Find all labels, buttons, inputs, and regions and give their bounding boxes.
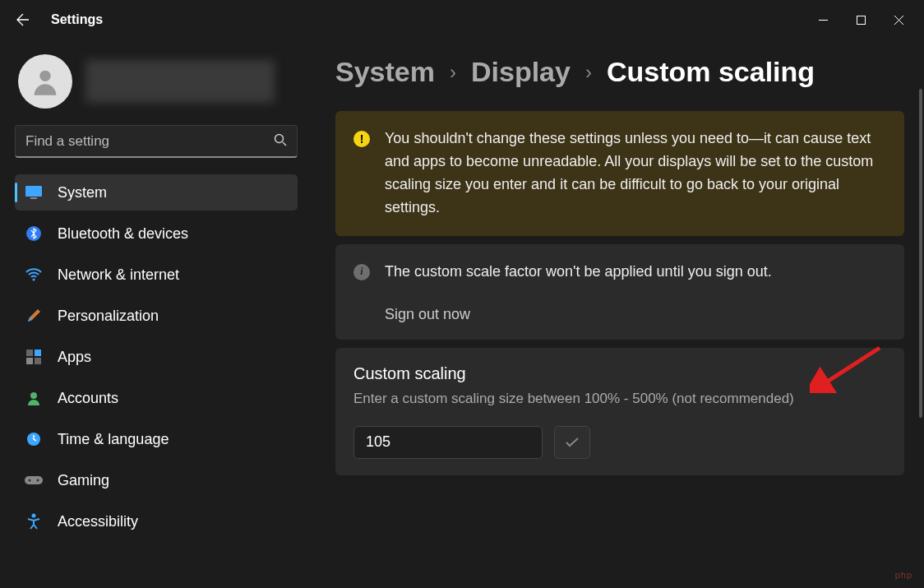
clock-icon xyxy=(25,430,43,448)
maximize-button[interactable] xyxy=(842,7,880,33)
maximize-icon xyxy=(857,16,866,25)
nav-label: Bluetooth & devices xyxy=(58,225,188,243)
nav-item-time-language[interactable]: Time & language xyxy=(15,421,298,457)
svg-point-1 xyxy=(39,71,50,81)
wifi-icon xyxy=(25,266,43,284)
nav-item-network[interactable]: Network & internet xyxy=(15,257,298,293)
apps-icon xyxy=(25,348,43,366)
person-icon xyxy=(29,65,62,98)
person-icon xyxy=(25,389,43,407)
window-controls xyxy=(804,7,917,33)
svg-point-6 xyxy=(33,279,35,281)
svg-rect-10 xyxy=(35,358,41,364)
nav-item-system[interactable]: System xyxy=(15,174,298,211)
svg-rect-13 xyxy=(25,476,43,484)
close-icon xyxy=(894,16,903,25)
minimize-icon xyxy=(819,16,828,25)
svg-rect-0 xyxy=(857,16,865,24)
nav-label: Time & language xyxy=(58,431,169,448)
brush-icon xyxy=(25,307,43,325)
svg-rect-9 xyxy=(26,358,33,364)
main-content: System › Display › Custom scaling ! You … xyxy=(312,39,924,588)
svg-point-2 xyxy=(275,134,284,142)
svg-rect-4 xyxy=(30,197,37,199)
nav-label: Gaming xyxy=(58,472,109,489)
minimize-button[interactable] xyxy=(804,7,842,33)
nav-item-personalization[interactable]: Personalization xyxy=(15,298,298,334)
breadcrumb: System › Display › Custom scaling xyxy=(335,56,904,88)
scrollbar[interactable] xyxy=(919,89,922,549)
nav-label: Apps xyxy=(58,349,91,366)
sign-out-link[interactable]: Sign out now xyxy=(385,306,772,323)
custom-scaling-card: Custom scaling Enter a custom scaling si… xyxy=(335,348,904,475)
warning-text: You shouldn't change these settings unle… xyxy=(385,127,886,220)
back-button[interactable] xyxy=(7,3,39,36)
user-profile[interactable] xyxy=(15,54,298,109)
nav-item-accessibility[interactable]: Accessibility xyxy=(15,503,298,539)
accessibility-icon xyxy=(25,512,43,530)
svg-rect-7 xyxy=(26,350,33,356)
nav-item-bluetooth[interactable]: Bluetooth & devices xyxy=(15,215,298,252)
bluetooth-icon xyxy=(25,225,43,243)
search-box[interactable] xyxy=(15,125,298,158)
scrollbar-thumb[interactable] xyxy=(919,89,922,418)
app-title: Settings xyxy=(51,12,103,27)
svg-rect-8 xyxy=(35,350,41,356)
sidebar: System Bluetooth & devices Network & int… xyxy=(0,39,312,588)
nav-item-accounts[interactable]: Accounts xyxy=(15,380,298,416)
breadcrumb-system[interactable]: System xyxy=(335,56,435,88)
monitor-icon xyxy=(25,183,43,201)
nav-label: Accounts xyxy=(58,390,118,407)
scale-input[interactable] xyxy=(353,426,543,459)
nav-label: Personalization xyxy=(58,308,159,325)
setting-description: Enter a custom scaling size between 100%… xyxy=(353,388,886,410)
checkmark-icon xyxy=(566,438,579,447)
svg-point-15 xyxy=(37,479,39,482)
watermark: php xyxy=(895,570,912,580)
arrow-left-icon xyxy=(16,13,30,26)
warning-card: ! You shouldn't change these settings un… xyxy=(335,111,904,236)
nav-label: Accessibility xyxy=(58,513,138,530)
breadcrumb-current: Custom scaling xyxy=(607,56,815,88)
nav-item-apps[interactable]: Apps xyxy=(15,339,298,375)
info-text: The custom scale factor won't be applied… xyxy=(385,261,772,284)
svg-point-14 xyxy=(29,479,31,482)
nav-item-gaming[interactable]: Gaming xyxy=(15,462,298,498)
avatar xyxy=(18,54,72,109)
svg-point-11 xyxy=(30,392,37,399)
chevron-right-icon: › xyxy=(450,61,456,84)
apply-button[interactable] xyxy=(554,426,590,459)
search-icon xyxy=(274,133,287,150)
close-button[interactable] xyxy=(880,7,917,33)
warning-icon: ! xyxy=(353,131,370,147)
nav-label: Network & internet xyxy=(58,266,179,284)
setting-title: Custom scaling xyxy=(353,364,886,383)
svg-point-16 xyxy=(32,514,36,518)
chevron-right-icon: › xyxy=(585,61,592,84)
profile-name-blurred xyxy=(85,60,275,103)
info-card: i The custom scale factor won't be appli… xyxy=(335,244,904,340)
info-icon: i xyxy=(353,264,370,280)
titlebar: Settings xyxy=(0,0,924,39)
search-input[interactable] xyxy=(25,133,274,150)
breadcrumb-display[interactable]: Display xyxy=(471,56,571,88)
nav-label: System xyxy=(58,184,107,201)
svg-rect-3 xyxy=(25,186,42,197)
gamepad-icon xyxy=(25,471,43,489)
nav-list: System Bluetooth & devices Network & int… xyxy=(15,174,298,544)
